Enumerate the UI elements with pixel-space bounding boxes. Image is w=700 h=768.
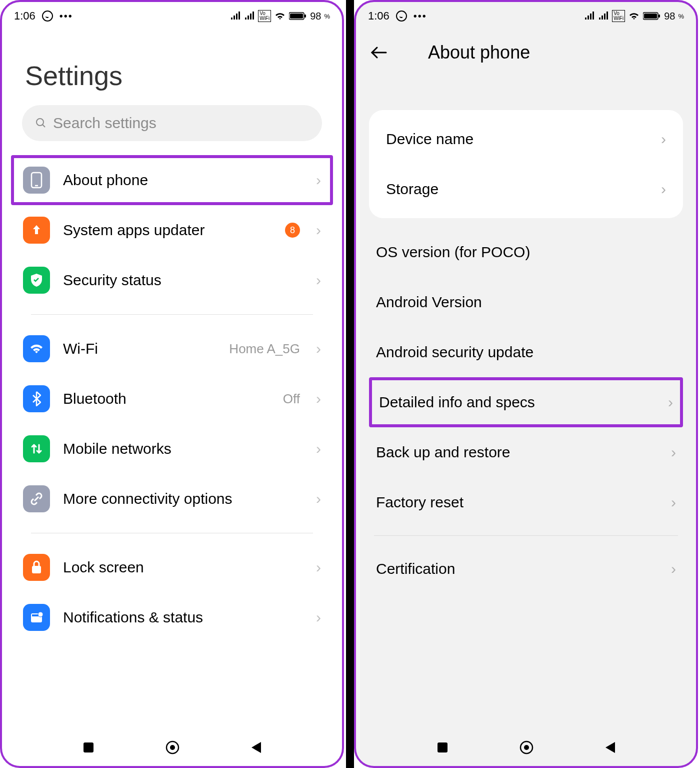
svg-rect-8	[32, 566, 41, 573]
chevron-right-icon: ›	[661, 181, 666, 198]
status-bar: 1:06 ••• VoWiFi 98%	[356, 2, 696, 30]
svg-rect-2	[290, 14, 303, 19]
item-label: Mobile networks	[63, 440, 303, 458]
svg-point-22	[524, 745, 529, 750]
chevron-right-icon: ›	[316, 272, 321, 289]
nav-home-icon[interactable]	[518, 739, 534, 757]
battery-icon	[643, 12, 661, 21]
backup-restore-row[interactable]: Back up and restore ›	[359, 427, 693, 477]
svg-rect-12	[84, 742, 94, 752]
item-value: Off	[283, 391, 300, 407]
item-label: Notifications & status	[63, 608, 303, 626]
lock-screen-row[interactable]: Lock screen ›	[13, 542, 331, 592]
wifi-icon	[628, 12, 640, 21]
signal-icon	[584, 12, 595, 21]
whatsapp-icon	[396, 10, 408, 22]
screenshot-divider	[346, 0, 354, 768]
notifications-icon	[23, 604, 50, 631]
shield-icon	[23, 267, 50, 294]
back-arrow-icon[interactable]	[370, 46, 388, 60]
divider	[374, 535, 678, 536]
battery-percent: 98	[664, 11, 675, 22]
nav-back-icon[interactable]	[250, 741, 262, 756]
wifi-icon	[23, 335, 50, 362]
security-update-row[interactable]: Android security update	[359, 327, 693, 377]
mobile-networks-row[interactable]: Mobile networks ›	[13, 424, 331, 474]
storage-row[interactable]: Storage ›	[369, 164, 683, 214]
device-card: Device name › Storage ›	[369, 110, 683, 218]
divider	[31, 314, 313, 315]
battery-percent: 98	[310, 11, 321, 22]
chevron-right-icon: ›	[316, 340, 321, 357]
system-updater-row[interactable]: System apps updater 8 ›	[13, 205, 331, 255]
whatsapp-icon	[42, 10, 54, 22]
item-label: Bluetooth	[63, 390, 270, 408]
item-label: Detailed info and specs	[379, 393, 668, 411]
svg-point-15	[396, 11, 406, 21]
nav-bar	[356, 731, 696, 766]
factory-reset-row[interactable]: Factory reset ›	[359, 477, 693, 527]
security-status-row[interactable]: Security status ›	[13, 255, 331, 305]
svg-point-0	[42, 11, 52, 21]
chevron-right-icon: ›	[316, 559, 321, 576]
page-title: Settings	[2, 30, 342, 105]
search-input[interactable]: Search settings	[22, 105, 322, 141]
nav-back-icon[interactable]	[604, 741, 616, 756]
search-placeholder: Search settings	[53, 115, 156, 132]
notifications-row[interactable]: Notifications & status ›	[13, 592, 331, 642]
item-label: Android security update	[376, 343, 536, 361]
chevron-right-icon: ›	[316, 609, 321, 626]
svg-point-4	[36, 119, 44, 126]
svg-point-14	[170, 745, 175, 750]
item-label: About phone	[63, 171, 303, 189]
bluetooth-row[interactable]: Bluetooth Off ›	[13, 374, 331, 424]
divider	[31, 533, 313, 533]
item-label: Back up and restore	[376, 443, 671, 461]
item-label: More connectivity options	[63, 490, 303, 508]
bluetooth-icon	[23, 385, 50, 412]
chevron-right-icon: ›	[671, 444, 676, 461]
signal-icon-2	[598, 12, 609, 21]
settings-screen: 1:06 ••• VoWiFi 98% Settings Search sett…	[0, 0, 344, 768]
item-label: Factory reset	[376, 493, 671, 511]
status-time: 1:06	[14, 10, 36, 23]
about-phone-row[interactable]: About phone ›	[11, 155, 333, 205]
wifi-row[interactable]: Wi-Fi Home A_5G ›	[13, 324, 331, 374]
item-value: Home A_5G	[229, 341, 300, 357]
connectivity-row[interactable]: More connectivity options ›	[13, 474, 331, 524]
item-label: Device name	[386, 130, 661, 148]
chevron-right-icon: ›	[668, 394, 673, 411]
item-label: Certification	[376, 560, 671, 578]
battery-unit: %	[324, 13, 330, 20]
signal-icon	[230, 12, 241, 21]
chevron-right-icon: ›	[316, 390, 321, 407]
device-name-row[interactable]: Device name ›	[369, 114, 683, 164]
chevron-right-icon: ›	[316, 222, 321, 239]
nav-recent-icon[interactable]	[436, 741, 449, 756]
nav-recent-icon[interactable]	[82, 741, 95, 756]
item-label: System apps updater	[63, 221, 272, 239]
chevron-right-icon: ›	[316, 172, 321, 189]
nav-home-icon[interactable]	[164, 739, 180, 757]
chevron-right-icon: ›	[661, 131, 666, 148]
wifi-icon	[274, 12, 286, 21]
item-label: Lock screen	[63, 558, 303, 576]
chevron-right-icon: ›	[671, 560, 676, 577]
status-time: 1:06	[368, 10, 390, 23]
item-label: Storage	[386, 180, 661, 198]
certification-row[interactable]: Certification ›	[359, 544, 693, 594]
vowifi-icon: VoWiFi	[612, 10, 625, 22]
android-version-row[interactable]: Android Version	[359, 277, 693, 327]
vowifi-icon: VoWiFi	[258, 10, 271, 22]
lock-icon	[23, 554, 50, 581]
chevron-right-icon: ›	[316, 440, 321, 457]
os-version-row[interactable]: OS version (for POCO)	[359, 227, 693, 277]
svg-rect-18	[658, 15, 660, 18]
svg-rect-20	[438, 742, 448, 752]
detailed-info-row[interactable]: Detailed info and specs ›	[369, 377, 683, 427]
update-icon	[23, 217, 50, 244]
svg-line-5	[42, 125, 45, 127]
status-bar: 1:06 ••• VoWiFi 98%	[2, 2, 342, 30]
svg-rect-3	[304, 15, 306, 18]
item-label: Security status	[63, 271, 303, 289]
